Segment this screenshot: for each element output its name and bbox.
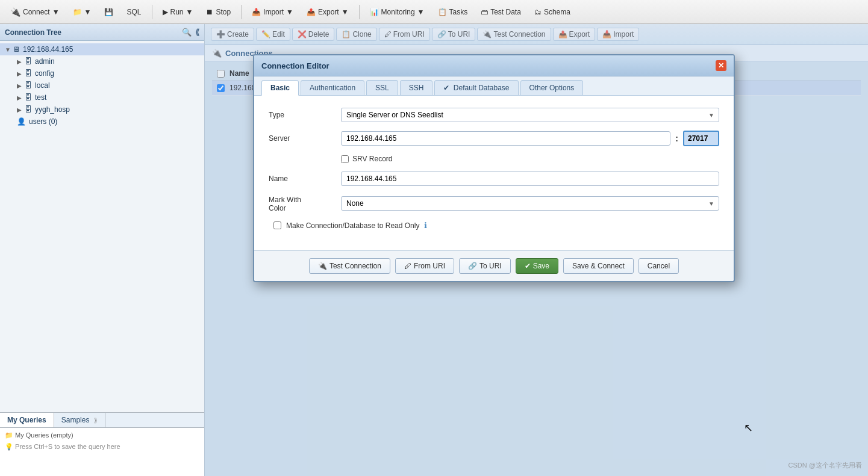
srv-record-checkbox[interactable] [341, 155, 349, 163]
info-icon[interactable]: ℹ [424, 221, 427, 230]
monitoring-icon: 📊 [370, 8, 379, 16]
mark-color-select[interactable]: None Red Orange Yellow Green Blue Purple [341, 196, 719, 211]
connection-tree-title: Connection Tree [5, 28, 61, 37]
save-icon: 💾 [104, 8, 113, 16]
from-uri-footer-button[interactable]: 🖊 From URI [395, 258, 454, 274]
export-icon: 📤 [307, 8, 316, 16]
right-area: ➕ Create ✏️ Edit ❌ Delete 📋 Clone 🖊 From… [205, 24, 868, 476]
expand-icon-local: ▶ [17, 82, 23, 89]
stop-icon: ⏹ [206, 8, 213, 16]
monitoring-button[interactable]: 📊 Monitoring ▼ [364, 5, 430, 19]
test-data-button[interactable]: 🗃 Test Data [475, 5, 526, 19]
tab-default-database[interactable]: ✔ Default Database [434, 80, 518, 95]
stop-button[interactable]: ⏹ Stop [201, 5, 236, 19]
import-icon: 📥 [252, 8, 261, 16]
tree-admin[interactable]: ▶ 🗄 admin [0, 55, 204, 67]
readonly-inner-row: Make Connection/Database to Read Only ℹ [273, 221, 719, 230]
tree-users[interactable]: 👤 users (0) [0, 116, 204, 128]
tab-authentication[interactable]: Authentication [301, 80, 364, 95]
export-button[interactable]: 📤 Export ▼ [301, 5, 354, 19]
name-row: Name [269, 172, 719, 186]
tree-header-icons: 🔍 ⟪ [182, 28, 199, 37]
separator-2 [241, 5, 242, 19]
readonly-checkbox[interactable] [273, 221, 281, 229]
server-icon: 🖥 [13, 45, 20, 54]
dialog-close-button[interactable]: ✕ [716, 60, 726, 71]
users-icon: 👤 [17, 117, 26, 126]
folder-icon: 📁 [73, 8, 82, 16]
readonly-label[interactable]: Make Connection/Database to Read Only [286, 221, 419, 230]
test-conn-footer-icon: 🔌 [318, 262, 327, 270]
server-row: Server : [269, 131, 719, 146]
tree-config[interactable]: ▶ 🗄 config [0, 67, 204, 79]
schema-button[interactable]: 🗂 Schema [529, 5, 576, 19]
type-label: Type [269, 111, 341, 119]
type-select[interactable]: Single Server or DNS Seedlist Replica Se… [341, 108, 719, 122]
srv-record-row: SRV Record [341, 155, 719, 163]
main-layout: Connection Tree 🔍 ⟪ ▼ 🖥 192.168.44.165 ▶… [0, 24, 868, 476]
save-connect-footer-button[interactable]: Save & Connect [563, 258, 634, 274]
server-input[interactable] [341, 131, 670, 146]
connection-tree-header: Connection Tree 🔍 ⟪ [0, 24, 204, 41]
db-icon-yygh: 🗄 [25, 105, 32, 114]
srv-record-label[interactable]: SRV Record [352, 155, 392, 163]
readonly-row: Make Connection/Database to Read Only ℹ [269, 221, 719, 230]
expand-icon-yygh: ▶ [17, 107, 23, 113]
tab-my-queries[interactable]: My Queries [0, 413, 54, 427]
from-uri-footer-icon: 🖊 [404, 262, 411, 270]
tab-samples[interactable]: Samples ⟫ [54, 413, 105, 427]
tree-local[interactable]: ▶ 🗄 local [0, 79, 204, 91]
port-input[interactable] [683, 131, 719, 146]
server-label: Server [269, 134, 341, 143]
queries-hint: 💡 Press Ctrl+S to save the query here [5, 443, 199, 451]
tree-yygh[interactable]: ▶ 🗄 yygh_hosp [0, 104, 204, 116]
hint-icon: 💡 [5, 443, 13, 450]
separator-3 [359, 5, 360, 19]
db-icon-admin: 🗄 [25, 57, 32, 66]
connection-editor-dialog: Connection Editor ✕ Basic Authentication… [253, 54, 735, 282]
dialog-body: Type Single Server or DNS Seedlist Repli… [254, 96, 734, 250]
import-button[interactable]: 📥 Import ▼ [246, 5, 299, 19]
search-icon[interactable]: 🔍 [182, 28, 192, 37]
cancel-footer-button[interactable]: Cancel [639, 258, 679, 274]
my-queries-item[interactable]: 📁 My Queries (empty) [5, 431, 199, 439]
name-input[interactable] [341, 172, 719, 186]
run-button[interactable]: ▶ Run ▼ [157, 5, 199, 19]
tab-other-options[interactable]: Other Options [520, 80, 584, 95]
watermark: CSDN @这个名字先用看 [788, 461, 862, 470]
tab-ssl[interactable]: SSL [366, 80, 398, 95]
left-panel: Connection Tree 🔍 ⟪ ▼ 🖥 192.168.44.165 ▶… [0, 24, 205, 476]
checkmark-icon: ✔ [443, 84, 449, 92]
collapse-icon[interactable]: ⟪ [195, 28, 199, 37]
sql-button[interactable]: SQL [121, 5, 146, 19]
tree-test[interactable]: ▶ 🗄 test [0, 91, 204, 104]
connect-button[interactable]: 🔌 Connect ▼ [5, 5, 65, 19]
toolbar-icon-btn-1[interactable]: 📁 ▼ [67, 5, 97, 19]
db-icon-local: 🗄 [25, 81, 32, 90]
test-connection-footer-button[interactable]: 🔌 Test Connection [309, 258, 390, 274]
schema-icon: 🗂 [534, 8, 542, 16]
save-footer-button[interactable]: ✔ Save [516, 258, 558, 274]
connect-icon: 🔌 [10, 7, 20, 17]
top-toolbar: 🔌 Connect ▼ 📁 ▼ 💾 SQL ▶ Run ▼ ⏹ Stop 📥 I… [0, 0, 868, 24]
expand-icon: ▼ [5, 46, 11, 53]
db-icon-config: 🗄 [25, 69, 32, 78]
tab-basic[interactable]: Basic [261, 80, 299, 96]
tasks-icon: 📋 [438, 8, 447, 16]
tab-ssh[interactable]: SSH [400, 80, 433, 95]
run-icon: ▶ [163, 8, 168, 16]
to-uri-footer-button[interactable]: 🔗 To URI [459, 258, 511, 274]
tasks-button[interactable]: 📋 Tasks [432, 5, 473, 19]
test-data-icon: 🗃 [481, 8, 488, 16]
close-icon-samples: ⟫ [94, 417, 98, 424]
name-label: Name [269, 175, 341, 183]
type-row: Type Single Server or DNS Seedlist Repli… [269, 108, 719, 122]
to-uri-footer-icon: 🔗 [468, 262, 477, 270]
tree-root-node[interactable]: ▼ 🖥 192.168.44.165 [0, 43, 204, 55]
tree-content: ▼ 🖥 192.168.44.165 ▶ 🗄 admin ▶ 🗄 config … [0, 41, 204, 412]
mark-color-label: Mark WithColor [269, 194, 341, 212]
save-toolbar-button[interactable]: 💾 [99, 5, 119, 19]
type-select-wrapper: Single Server or DNS Seedlist Replica Se… [341, 108, 719, 122]
dialog-tabs: Basic Authentication SSL SSH ✔ Default D… [254, 76, 734, 96]
bottom-tabs: My Queries Samples ⟫ [0, 413, 204, 428]
